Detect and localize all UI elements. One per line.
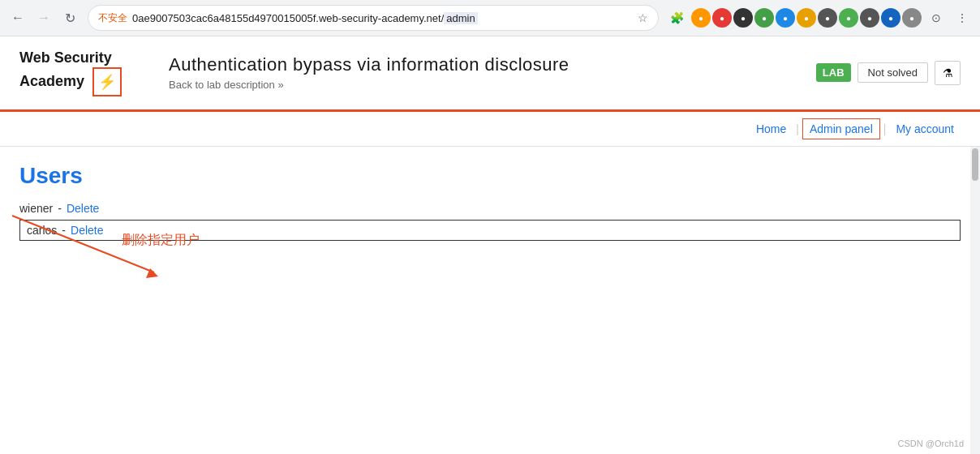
site-nav: Home | Admin panel | My account <box>0 112 980 147</box>
url-display: 0ae9007503cac6a48155d4970015005f.web-sec… <box>132 12 633 24</box>
header-center: Authentication bypass via information di… <box>169 54 797 91</box>
lab-badge: LAB <box>816 63 851 82</box>
scrollbar-thumb[interactable] <box>972 148 978 181</box>
ext-icon-4[interactable]: ● <box>754 8 774 28</box>
extension-icons: ● ● ● ● ● ● ● ● ● ● ● <box>691 8 922 28</box>
nav-buttons: ← → ↻ <box>6 6 81 29</box>
ext-icon-2[interactable]: ● <box>712 8 732 28</box>
ext-icon-8[interactable]: ● <box>839 8 858 28</box>
ext-icon-9[interactable]: ● <box>860 8 879 28</box>
back-button[interactable]: ← <box>6 6 29 29</box>
nav-home[interactable]: Home <box>750 119 793 139</box>
logo-icon: ⚡ <box>92 67 122 96</box>
address-bar[interactable]: 不安全 0ae9007503cac6a48155d4970015005f.web… <box>88 5 659 31</box>
footer: CSDN @Orch1d <box>898 439 964 448</box>
main-content: Users wiener - Delete carlos - Delete <box>0 147 980 454</box>
ext-icon-3[interactable]: ● <box>733 8 753 28</box>
logo-text: Web Security Academy ⚡ <box>19 49 122 96</box>
nav-separator-1: | <box>796 122 799 135</box>
page-wrapper: Web Security Academy ⚡ Authentication by… <box>0 36 980 454</box>
account-button[interactable]: ⊙ <box>925 6 948 29</box>
nav-admin-panel[interactable]: Admin panel <box>802 118 880 139</box>
ext-icon-1[interactable]: ● <box>691 8 711 28</box>
nav-my-account[interactable]: My account <box>889 119 961 139</box>
menu-button[interactable]: ⋮ <box>951 6 974 29</box>
extensions-button[interactable]: 🧩 <box>665 6 688 29</box>
nav-separator-2: | <box>883 122 887 135</box>
flask-button[interactable]: ⚗ <box>935 61 961 85</box>
ext-icon-7[interactable]: ● <box>818 8 837 28</box>
lab-title: Authentication bypass via information di… <box>169 54 797 75</box>
browser-chrome: ← → ↻ 不安全 0ae9007503cac6a48155d497001500… <box>0 0 980 36</box>
ext-icon-6[interactable]: ● <box>797 8 816 28</box>
bookmark-icon[interactable]: ☆ <box>638 11 648 24</box>
forward-button[interactable]: → <box>32 6 55 29</box>
logo-area: Web Security Academy ⚡ <box>19 49 149 96</box>
ext-icon-10[interactable]: ● <box>881 8 900 28</box>
header-right: LAB Not solved ⚗ <box>816 61 961 85</box>
ext-icon-11[interactable]: ● <box>902 8 922 28</box>
reload-button[interactable]: ↻ <box>58 6 81 29</box>
logo-line2: Academy <box>19 73 84 91</box>
annotation-arrow: 删除指定用户 <box>8 199 333 300</box>
logo-line1: Web Security <box>19 49 122 67</box>
annotation-text: 删除指定用户 <box>122 232 200 249</box>
browser-toolbar: ← → ↻ 不安全 0ae9007503cac6a48155d497001500… <box>0 0 980 36</box>
academy-header: Web Security Academy ⚡ Authentication by… <box>0 36 980 112</box>
page-title: Users <box>19 163 961 189</box>
back-link[interactable]: Back to lab description » <box>169 79 797 91</box>
ext-icon-5[interactable]: ● <box>776 8 795 28</box>
toolbar-icons: 🧩 ● ● ● ● ● ● ● ● ● ● ● ⊙ ⋮ <box>665 6 974 29</box>
scrollbar[interactable] <box>970 147 980 454</box>
not-solved-button[interactable]: Not solved <box>858 62 928 83</box>
security-icon: 不安全 <box>98 11 127 25</box>
